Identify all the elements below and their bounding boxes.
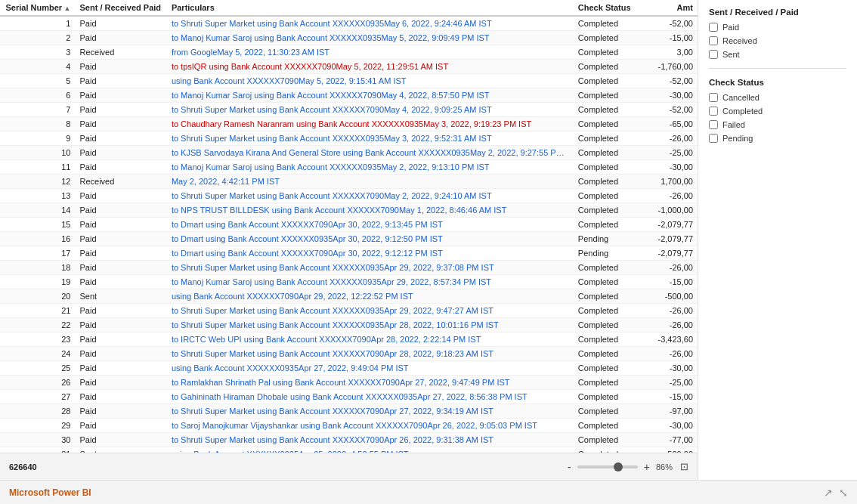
- checkbox-label: Completed: [722, 107, 763, 116]
- table-row[interactable]: 19Paidto Manoj Kumar Saroj using Bank Ac…: [0, 275, 698, 289]
- table-row[interactable]: 21Paidto Shruti Super Market using Bank …: [0, 304, 698, 318]
- cell-serial: 25: [0, 361, 75, 376]
- table-row[interactable]: 18Paidto Shruti Super Market using Bank …: [0, 261, 698, 275]
- cell-amt: -26,00: [636, 304, 698, 318]
- cell-amt: 1,700,00: [636, 175, 698, 189]
- cell-type: Paid: [75, 203, 166, 218]
- checkbox-input[interactable]: [709, 134, 718, 143]
- checkbox-item[interactable]: Pending: [709, 134, 846, 143]
- checkbox-item[interactable]: Paid: [709, 23, 846, 32]
- table-row[interactable]: 14Paidto NPS TRUST BILLDESK using Bank A…: [0, 203, 698, 218]
- cell-amt: -52,00: [636, 16, 698, 31]
- cell-amt: -500,00: [636, 447, 698, 453]
- cell-amt: -1,000,00: [636, 203, 698, 218]
- cell-serial: 30: [0, 433, 75, 447]
- cell-particulars: to Manoj Kumar Saroj using Bank Account …: [167, 275, 574, 289]
- zoom-minus-btn[interactable]: -: [565, 461, 574, 473]
- checkbox-item[interactable]: Received: [709, 36, 846, 45]
- table-row[interactable]: 23Paidto IRCTC Web UPI using Bank Accoun…: [0, 332, 698, 347]
- checkbox-input[interactable]: [709, 36, 718, 45]
- cell-amt: 3,00: [636, 45, 698, 60]
- fit-icon[interactable]: ⊡: [680, 461, 688, 472]
- checkbox-input[interactable]: [709, 23, 718, 32]
- col-header-amt[interactable]: Amt: [636, 0, 698, 16]
- checkbox-item[interactable]: Sent: [709, 50, 846, 59]
- cell-amt: -25,00: [636, 376, 698, 390]
- table-row[interactable]: 16Paidto Dmart using Bank Account XXXXXX…: [0, 232, 698, 246]
- cell-serial: 22: [0, 318, 75, 332]
- cell-serial: 24: [0, 347, 75, 361]
- checkbox-input[interactable]: [709, 107, 718, 116]
- table-row[interactable]: 7Paidto Shruti Super Market using Bank A…: [0, 103, 698, 117]
- table-row[interactable]: 31Sentusing Bank Account XXXXXX0935Apr 2…: [0, 447, 698, 453]
- table-wrapper[interactable]: Serial Number Sent / Received Paid Parti…: [0, 0, 698, 453]
- cell-serial: 27: [0, 390, 75, 404]
- table-row[interactable]: 20Sentusing Bank Account XXXXXX7090Apr 2…: [0, 289, 698, 304]
- cell-particulars: to Ramlakhan Shrinath Pal using Bank Acc…: [167, 376, 574, 390]
- table-row[interactable]: 10Paidto KJSB Sarvodaya Kirana And Gener…: [0, 146, 698, 160]
- table-row[interactable]: 13Paidto Shruti Super Market using Bank …: [0, 189, 698, 203]
- checkbox-input[interactable]: [709, 120, 718, 129]
- table-row[interactable]: 17Paidto Dmart using Bank Account XXXXXX…: [0, 246, 698, 261]
- table-row[interactable]: 25Paidusing Bank Account XXXXXX0935Apr 2…: [0, 361, 698, 376]
- table-row[interactable]: 22Paidto Shruti Super Market using Bank …: [0, 318, 698, 332]
- cell-serial: 16: [0, 232, 75, 246]
- table-row[interactable]: 6Paidto Manoj Kumar Saroj using Bank Acc…: [0, 88, 698, 103]
- table-row[interactable]: 27Paidto Gahininath Hiraman Dhobale usin…: [0, 390, 698, 404]
- table-row[interactable]: 26Paidto Ramlakhan Shrinath Pal using Ba…: [0, 376, 698, 390]
- col-header-particulars[interactable]: Particulars: [167, 0, 574, 16]
- cell-type: Paid: [75, 88, 166, 103]
- cell-serial: 14: [0, 203, 75, 218]
- cell-particulars: to IRCTC Web UPI using Bank Account XXXX…: [167, 332, 574, 347]
- table-row[interactable]: 12ReceivedMay 2, 2022, 4:42:11 PM ISTCom…: [0, 175, 698, 189]
- cell-amt: -15,00: [636, 31, 698, 45]
- table-row[interactable]: 4Paidto tpsIQR using Bank Account XXXXXX…: [0, 60, 698, 74]
- table-row[interactable]: 15Paidto Dmart using Bank Account XXXXXX…: [0, 218, 698, 232]
- checkbox-item[interactable]: Cancelled: [709, 93, 846, 102]
- cell-particulars: to Gahininath Hiraman Dhobale using Bank…: [167, 390, 574, 404]
- cell-type: Paid: [75, 31, 166, 45]
- cell-serial: 10: [0, 146, 75, 160]
- cell-particulars: to tpsIQR using Bank Account XXXXXX7090M…: [167, 60, 574, 74]
- checkbox-item[interactable]: Completed: [709, 107, 846, 116]
- table-row[interactable]: 8Paidto Chaudhary Ramesh Naranram using …: [0, 117, 698, 131]
- table-row[interactable]: 9Paidto Shruti Super Market using Bank A…: [0, 131, 698, 146]
- cell-amt: -1,760,00: [636, 60, 698, 74]
- table-row[interactable]: 24Paidto Shruti Super Market using Bank …: [0, 347, 698, 361]
- table-row[interactable]: 29Paidto Saroj Manojkumar Vijayshankar u…: [0, 419, 698, 433]
- checkbox-item[interactable]: Failed: [709, 120, 846, 129]
- col-header-serial[interactable]: Serial Number: [0, 0, 75, 16]
- zoom-plus-btn[interactable]: +: [641, 461, 653, 473]
- cell-status: Completed: [574, 160, 636, 175]
- cell-type: Paid: [75, 60, 166, 74]
- table-row[interactable]: 5Paidusing Bank Account XXXXXX7090May 5,…: [0, 74, 698, 88]
- cell-serial: 23: [0, 332, 75, 347]
- share-icon[interactable]: ↗: [824, 487, 833, 499]
- cell-status: Pending: [574, 246, 636, 261]
- cell-status: Completed: [574, 332, 636, 347]
- col-header-status[interactable]: Check Status: [574, 0, 636, 16]
- cell-particulars: to Shruti Super Market using Bank Accoun…: [167, 189, 574, 203]
- table-row[interactable]: 1Paidto Shruti Super Market using Bank A…: [0, 16, 698, 31]
- cell-particulars: to Saroj Manojkumar Vijayshankar using B…: [167, 419, 574, 433]
- table-row[interactable]: 28Paidto Shruti Super Market using Bank …: [0, 404, 698, 419]
- cell-serial: 2: [0, 31, 75, 45]
- cell-particulars: to Shruti Super Market using Bank Accoun…: [167, 103, 574, 117]
- cell-amt: -2,079,77: [636, 232, 698, 246]
- table-row[interactable]: 11Paidto Manoj Kumar Saroj using Bank Ac…: [0, 160, 698, 175]
- expand-icon[interactable]: ⤡: [839, 487, 848, 499]
- zoom-slider[interactable]: [577, 465, 638, 468]
- cell-particulars: to Shruti Super Market using Bank Accoun…: [167, 261, 574, 275]
- table-row[interactable]: 3Receivedfrom GoogleMay 5, 2022, 11:30:2…: [0, 45, 698, 60]
- checkbox-input[interactable]: [709, 50, 718, 59]
- cell-particulars: from GoogleMay 5, 2022, 11:30:23 AM IST: [167, 45, 574, 60]
- table-row[interactable]: 2Paidto Manoj Kumar Saroj using Bank Acc…: [0, 31, 698, 45]
- cell-status: Completed: [574, 88, 636, 103]
- cell-type: Sent: [75, 289, 166, 304]
- cell-serial: 11: [0, 160, 75, 175]
- checkbox-input[interactable]: [709, 93, 718, 102]
- zoom-thumb[interactable]: [614, 462, 623, 472]
- table-row[interactable]: 30Paidto Shruti Super Market using Bank …: [0, 433, 698, 447]
- powerbi-link[interactable]: Microsoft Power BI: [9, 487, 91, 498]
- col-header-sent[interactable]: Sent / Received Paid: [75, 0, 166, 16]
